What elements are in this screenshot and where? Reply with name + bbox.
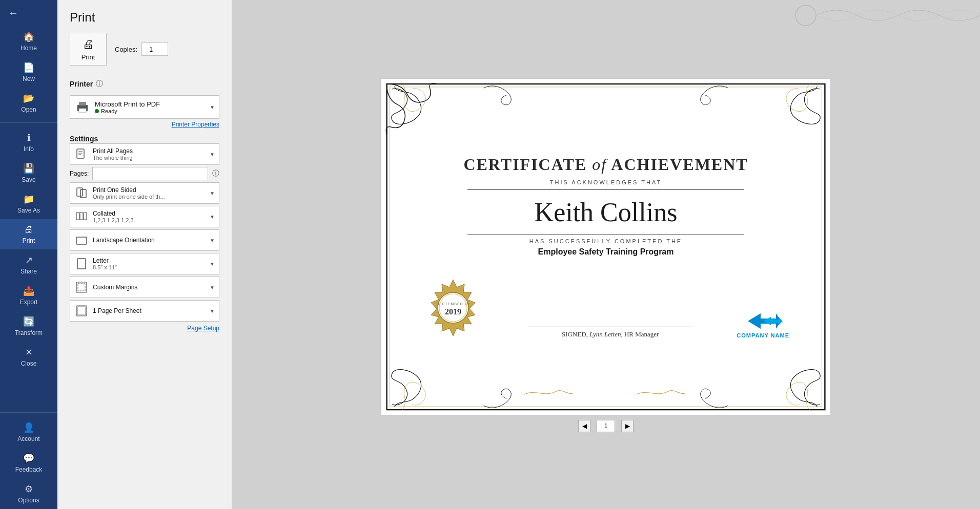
printer-area: Printer ⓘ Microsoft Print to PDF	[70, 76, 219, 128]
company-logo-area: COMPANY NAME	[737, 311, 789, 338]
per-sheet-text: 1 Page Per Sheet	[93, 307, 206, 314]
sidebar-item-share[interactable]: ↗ Share	[0, 249, 57, 280]
print-range-arrow: ▼	[210, 152, 215, 157]
svg-rect-10	[76, 213, 79, 220]
pages-input[interactable]	[92, 167, 208, 180]
prev-page-button[interactable]: ◀	[578, 420, 590, 432]
feedback-icon: 💬	[23, 453, 34, 464]
transform-icon: 🔄	[23, 316, 34, 327]
certificate-recipient-name: Keith Collins	[402, 197, 810, 227]
duplex-sub: Only print on one side of th...	[93, 194, 206, 200]
collate-icon	[74, 209, 89, 224]
svg-rect-18	[77, 307, 86, 315]
preview-area: CERTIFICATE of ACHIEVEMENT THIS ACKNOWLE…	[232, 0, 980, 509]
orientation-dropdown[interactable]: Landscape Orientation ▼	[70, 229, 219, 251]
print-range-text: Print All Pages The whole thing	[93, 147, 206, 161]
print-range-main: Print All Pages	[93, 147, 206, 155]
page-title: Print	[70, 10, 219, 25]
open-icon: 📂	[23, 93, 34, 104]
sidebar-label-home: Home	[21, 45, 37, 52]
margins-arrow: ▼	[210, 285, 215, 290]
print-icon: 🖨	[24, 224, 33, 235]
company-logo: COMPANY NAME	[737, 311, 789, 338]
page-number-input[interactable]	[597, 420, 615, 432]
paper-size-dropdown[interactable]: Letter 8.5" x 11" ▼	[70, 253, 219, 274]
per-sheet-dropdown[interactable]: 1 Page Per Sheet ▼	[70, 300, 219, 322]
svg-rect-12	[84, 213, 87, 220]
sidebar-label-export: Export	[20, 299, 38, 306]
preview-navigation: ◀ ▶	[578, 416, 634, 436]
collate-dropdown[interactable]: Collated 1,2,3 1,2,3 1,2,3 ▼	[70, 206, 219, 227]
print-panel: Print 🖨 Print Copies: Printer ⓘ	[57, 0, 980, 509]
copies-input[interactable]	[141, 43, 168, 56]
sidebar-item-export[interactable]: 📤 Export	[0, 280, 57, 311]
page-setup-link[interactable]: Page Setup	[70, 325, 219, 332]
svg-point-19	[795, 5, 816, 26]
printer-properties-link[interactable]: Printer Properties	[70, 121, 219, 128]
printer-dropdown[interactable]: Microsoft Print to PDF Ready ▼	[70, 95, 219, 119]
sidebar-item-feedback[interactable]: 💬 Feedback	[0, 448, 57, 478]
svg-text:2019: 2019	[445, 307, 461, 316]
settings-section: Settings Print All Pages The whole thi	[70, 134, 219, 332]
pages-label: Pages:	[70, 170, 88, 177]
account-icon: 👤	[23, 422, 34, 433]
export-icon: 📤	[23, 285, 34, 296]
print-button-label: Print	[81, 53, 95, 61]
info-icon: ℹ	[27, 132, 31, 143]
print-controls: 🖨 Print Copies:	[70, 33, 219, 66]
printer-info-icon[interactable]: ⓘ	[96, 79, 103, 89]
svg-rect-11	[80, 213, 83, 220]
sidebar-item-account[interactable]: 👤 Account	[0, 417, 57, 448]
printer-icon: 🖨	[83, 38, 94, 51]
next-page-button[interactable]: ▶	[621, 420, 634, 432]
svg-rect-1	[79, 102, 86, 105]
sidebar-item-print[interactable]: 🖨 Print	[0, 219, 57, 249]
sidebar-item-home[interactable]: 🏠 Home	[0, 26, 57, 57]
sidebar-item-info[interactable]: ℹ Info	[0, 127, 57, 158]
paper-icon	[74, 257, 89, 271]
back-button[interactable]: ←	[0, 0, 57, 26]
sidebar-item-save-as[interactable]: 📁 Save As	[0, 188, 57, 219]
sidebar-item-save[interactable]: 💾 Save	[0, 158, 57, 188]
certificate-bottom: SEPTEMBER 19 2019 SIGNED, Lynn Letten, H…	[402, 277, 810, 338]
cert-line-bottom	[467, 235, 744, 235]
sidebar-item-new[interactable]: 📄 New	[0, 57, 57, 88]
sidebar-item-close[interactable]: ✕ Close	[0, 342, 57, 372]
per-sheet-main: 1 Page Per Sheet	[93, 307, 206, 314]
copies-label: Copies:	[115, 46, 137, 53]
print-range-icon	[74, 147, 89, 161]
svg-marker-28	[763, 317, 783, 325]
collate-arrow: ▼	[210, 214, 215, 220]
certificate-title: CERTIFICATE of ACHIEVEMENT	[402, 155, 810, 174]
share-icon: ↗	[25, 254, 33, 266]
print-range-dropdown[interactable]: Print All Pages The whole thing ▼	[70, 143, 219, 165]
duplex-dropdown[interactable]: Print One Sided Only print on one side o…	[70, 182, 219, 204]
save-as-icon: 📁	[23, 194, 34, 205]
home-icon: 🏠	[23, 31, 34, 43]
sidebar-label-print: Print	[23, 237, 35, 244]
sidebar-item-transform[interactable]: 🔄 Transform	[0, 311, 57, 342]
sidebar-item-open[interactable]: 📂 Open	[0, 88, 57, 118]
sidebar-label-transform: Transform	[15, 329, 43, 336]
collate-main: Collated	[93, 210, 206, 217]
print-range-sub: The whole thing	[93, 155, 206, 161]
sidebar-item-options[interactable]: ⚙ Options	[0, 478, 57, 509]
sidebar-label-save: Save	[22, 176, 35, 183]
duplex-text: Print One Sided Only print on one side o…	[93, 186, 206, 200]
paper-arrow: ▼	[210, 261, 215, 267]
printer-status: Ready	[95, 108, 206, 114]
svg-point-3	[84, 107, 86, 108]
next-icon: ▶	[625, 422, 630, 430]
svg-rect-4	[77, 149, 84, 158]
svg-rect-17	[76, 306, 87, 316]
certificate-seal: SEPTEMBER 19 2019	[422, 277, 484, 338]
pages-help-icon[interactable]: ⓘ	[212, 169, 219, 178]
new-icon: 📄	[23, 62, 34, 73]
pages-row: Pages: ⓘ	[70, 167, 219, 180]
certificate-acknowledges: THIS ACKNOWLEDGES THAT	[402, 179, 810, 185]
print-button[interactable]: 🖨 Print	[70, 33, 107, 66]
margins-dropdown[interactable]: Custom Margins ▼	[70, 277, 219, 298]
status-indicator	[95, 109, 99, 113]
sidebar-label-info: Info	[24, 145, 34, 153]
orientation-main: Landscape Orientation	[93, 237, 206, 244]
